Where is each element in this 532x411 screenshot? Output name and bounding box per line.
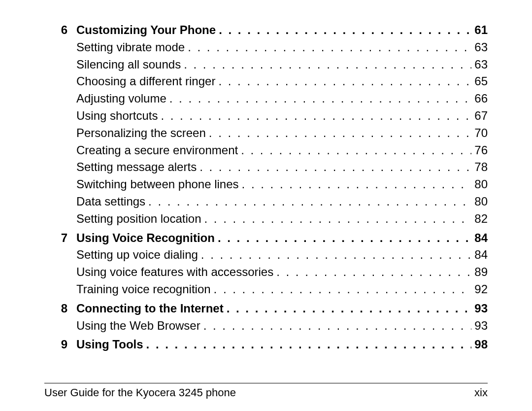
table-of-contents: 6Customizing Your Phone61Setting vibrate… — [44, 22, 488, 353]
toc-entry-title: Setting up voice dialing — [76, 246, 201, 264]
toc-chapter-number: 7 — [44, 230, 76, 247]
toc-entry-title: Using the Web Browser — [76, 317, 203, 335]
toc-section: Switching between phone lines80 — [44, 176, 488, 193]
toc-dot-leader — [242, 176, 472, 193]
toc-dot-leader — [201, 246, 471, 264]
toc-dot-leader — [184, 56, 471, 73]
toc-entry-page: 63 — [471, 39, 488, 56]
toc-chapter-number: 8 — [44, 300, 76, 317]
toc-entry-page: 70 — [471, 125, 488, 142]
toc-entry-page: 67 — [471, 107, 488, 125]
toc-dot-leader — [241, 142, 471, 159]
toc-entry-page: 78 — [471, 159, 488, 176]
toc-entry-page: 61 — [471, 22, 488, 39]
toc-entry-page: 93 — [471, 317, 488, 335]
toc-entry-title: Using shortcuts — [76, 107, 161, 125]
toc-entry-title: Setting vibrate mode — [76, 39, 188, 56]
toc-dot-leader — [203, 317, 472, 335]
toc-chapter: 6Customizing Your Phone61 — [44, 22, 488, 39]
toc-entry-title: Using Tools — [76, 336, 146, 353]
toc-chapter: 7Using Voice Recognition84 — [44, 230, 488, 247]
toc-entry-title: Customizing Your Phone — [76, 22, 219, 39]
toc-dot-leader — [161, 107, 471, 125]
toc-chapter-number: 6 — [44, 22, 76, 39]
toc-dot-leader — [146, 336, 472, 353]
toc-entry-title: Connecting to the Internet — [76, 300, 227, 317]
toc-entry-title: Data settings — [76, 193, 148, 210]
toc-entry-title: Training voice recognition — [76, 281, 214, 298]
footer-row: User Guide for the Kyocera 3245 phone xi… — [44, 386, 488, 399]
toc-entry-page: 65 — [471, 73, 488, 90]
toc-entry-page: 76 — [471, 142, 488, 159]
toc-entry-title: Adjusting volume — [76, 90, 169, 107]
toc-entry-title: Setting message alerts — [76, 159, 200, 176]
toc-section: Using shortcuts67 — [44, 107, 488, 125]
toc-section: Silencing all sounds63 — [44, 56, 488, 73]
toc-section: Setting up voice dialing84 — [44, 246, 488, 264]
toc-entry-title: Silencing all sounds — [76, 56, 184, 73]
toc-section: Setting position location82 — [44, 210, 488, 228]
toc-entry-title: Creating a secure environment — [76, 142, 241, 159]
toc-entry-title: Personalizing the screen — [76, 125, 209, 142]
toc-section: Adjusting volume66 — [44, 90, 488, 107]
toc-section: Using voice features with accessories89 — [44, 264, 488, 281]
page: 6Customizing Your Phone61Setting vibrate… — [0, 0, 532, 411]
footer-page-number: xix — [474, 386, 488, 399]
toc-dot-leader — [209, 125, 471, 142]
toc-section: Choosing a different ringer65 — [44, 73, 488, 90]
toc-dot-leader — [218, 73, 471, 90]
toc-chapter: 8Connecting to the Internet93 — [44, 300, 488, 317]
toc-entry-title: Using Voice Recognition — [76, 230, 218, 247]
toc-dot-leader — [148, 193, 471, 210]
toc-section: Creating a secure environment76 — [44, 142, 488, 159]
toc-dot-leader — [227, 300, 472, 317]
toc-section: Personalizing the screen70 — [44, 125, 488, 142]
toc-chapter-number: 9 — [44, 336, 76, 353]
toc-dot-leader — [200, 159, 471, 176]
toc-entry-page: 98 — [471, 336, 488, 353]
toc-section: Data settings80 — [44, 193, 488, 210]
toc-dot-leader — [276, 264, 471, 281]
toc-entry-page: 63 — [471, 56, 488, 73]
toc-entry-page: 93 — [471, 300, 488, 317]
toc-entry-page: 84 — [471, 246, 488, 264]
toc-section: Setting message alerts78 — [44, 159, 488, 176]
toc-entry-title: Switching between phone lines — [76, 176, 242, 193]
toc-dot-leader — [188, 39, 471, 56]
toc-entry-title: Using voice features with accessories — [76, 264, 276, 281]
toc-entry-page: 80 — [471, 176, 488, 193]
toc-dot-leader — [219, 22, 471, 39]
toc-entry-page: 82 — [471, 210, 488, 228]
toc-entry-page: 89 — [471, 264, 488, 281]
toc-chapter: 9Using Tools98 — [44, 336, 488, 353]
toc-section: Training voice recognition92 — [44, 281, 488, 298]
toc-section: Using the Web Browser93 — [44, 317, 488, 335]
footer-doc-title: User Guide for the Kyocera 3245 phone — [44, 386, 236, 399]
toc-entry-title: Setting position location — [76, 210, 204, 228]
toc-entry-title: Choosing a different ringer — [76, 73, 218, 90]
toc-entry-page: 66 — [471, 90, 488, 107]
toc-dot-leader — [169, 90, 472, 107]
toc-entry-page: 92 — [471, 281, 488, 298]
toc-dot-leader — [204, 210, 472, 228]
page-footer: User Guide for the Kyocera 3245 phone xi… — [44, 383, 488, 399]
footer-rule — [44, 383, 488, 383]
toc-dot-leader — [218, 230, 471, 247]
toc-entry-page: 84 — [471, 230, 488, 247]
toc-dot-leader — [214, 281, 472, 298]
toc-section: Setting vibrate mode63 — [44, 39, 488, 56]
toc-entry-page: 80 — [471, 193, 488, 210]
